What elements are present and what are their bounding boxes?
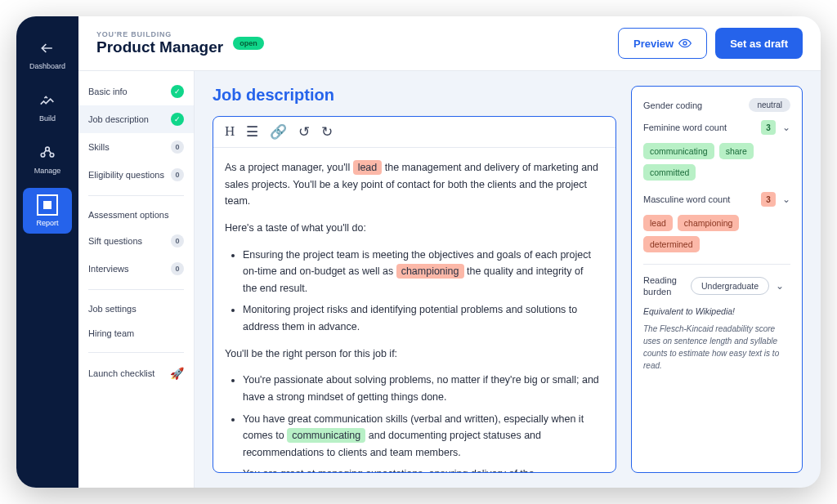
step-label: Assessment options	[88, 210, 168, 220]
steps-sidebar: Basic info ✓ Job description ✓ Skills 0 …	[78, 71, 195, 488]
link-tool[interactable]: 🔗	[270, 123, 287, 140]
step-label: Hiring team	[88, 328, 134, 338]
side-navigation: Dashboard Build Manage Report	[16, 16, 78, 488]
list-tool[interactable]: ☰	[246, 123, 258, 140]
masculine-count-value: 3	[761, 192, 776, 207]
step-label: Interviews	[88, 264, 129, 274]
reading-burden-label: Reading burden	[643, 274, 684, 298]
reading-note: Equivalent to Wikipedia!	[643, 306, 790, 316]
word-tag: determined	[643, 236, 700, 252]
step-skills[interactable]: Skills 0	[78, 133, 194, 161]
people-icon	[37, 142, 58, 163]
nav-manage[interactable]: Manage	[23, 136, 72, 181]
set-as-draft-button[interactable]: Set as draft	[715, 28, 803, 59]
nav-label: Report	[36, 219, 58, 227]
svg-point-3	[683, 42, 687, 45]
button-label: Preview	[633, 38, 674, 50]
count-badge: 0	[171, 262, 184, 275]
step-label: Job settings	[88, 304, 137, 314]
gender-coding-label: Gender coding	[643, 100, 742, 110]
word-tag: championing	[678, 215, 740, 231]
editor-content[interactable]: As a project manager, you'll lead the ma…	[213, 148, 615, 472]
word-tag: share	[719, 143, 754, 159]
gender-coding-value: neutral	[749, 98, 790, 112]
highlight-masculine: lead	[353, 160, 383, 175]
build-icon	[37, 90, 58, 111]
step-label: Eligibility questions	[88, 170, 164, 180]
back-arrow-icon	[37, 38, 58, 59]
count-badge: 0	[171, 168, 184, 181]
divider	[88, 352, 184, 353]
count-badge: 0	[171, 234, 184, 248]
divider	[88, 195, 184, 196]
step-sift[interactable]: Sift questions 0	[78, 227, 194, 255]
check-icon: ✓	[171, 113, 184, 126]
step-launch[interactable]: Launch checklist 🚀	[78, 359, 194, 387]
feminine-count-label: Feminine word count	[643, 123, 754, 132]
reading-description: The Flesch-Kincaid readability score use…	[643, 323, 790, 372]
word-tag: committed	[643, 164, 696, 181]
step-basic-info[interactable]: Basic info ✓	[78, 78, 194, 105]
nav-report[interactable]: Report	[23, 188, 72, 234]
text: You are great at managing expectations, …	[243, 466, 599, 472]
count-badge: 0	[171, 140, 184, 154]
preview-button[interactable]: Preview	[618, 28, 707, 59]
redo-tool[interactable]: ↻	[321, 123, 333, 140]
nav-build[interactable]: Build	[23, 83, 72, 129]
reading-burden-value: Undergraduate	[691, 277, 769, 295]
section-title: Job description	[213, 86, 616, 105]
analysis-panel: Gender coding neutral Feminine word coun…	[631, 86, 803, 473]
nav-label: Dashboard	[29, 62, 65, 70]
svg-point-0	[46, 147, 50, 151]
text: As a project manager, you'll	[225, 162, 353, 173]
eye-icon	[678, 37, 692, 50]
report-icon	[37, 194, 58, 216]
step-hiring-team[interactable]: Hiring team	[78, 321, 194, 346]
chevron-down-icon[interactable]: ⌄	[776, 280, 784, 292]
step-job-settings[interactable]: Job settings	[78, 297, 194, 321]
status-badge: open	[233, 37, 264, 50]
highlight-feminine: communicating	[287, 428, 365, 443]
text: You'll be the right person for this job …	[225, 346, 599, 363]
nav-label: Build	[39, 114, 56, 123]
feminine-tags: communicating share committed	[643, 143, 790, 181]
top-bar: YOU'RE BUILDING Product Manager open Pre…	[78, 16, 821, 71]
masculine-count-label: Masculine word count	[643, 194, 754, 204]
step-label: Skills	[88, 142, 110, 152]
editor-toolbar: H ☰ 🔗 ↺ ↻	[213, 117, 615, 148]
step-label: Launch checklist	[88, 368, 154, 378]
text: You're passionate about solving problems…	[243, 372, 599, 405]
step-eligibility[interactable]: Eligibility questions 0	[78, 161, 194, 189]
feminine-count-value: 3	[761, 120, 776, 135]
page-title: Product Manager	[96, 38, 223, 56]
text: Monitoring project risks and identifying…	[243, 301, 599, 335]
divider	[643, 264, 790, 265]
rocket-icon: 🚀	[170, 367, 184, 380]
step-interviews[interactable]: Interviews 0	[78, 255, 194, 283]
eyebrow-text: YOU'RE BUILDING	[96, 30, 223, 38]
heading-tool[interactable]: H	[225, 123, 235, 140]
step-label: Job description	[88, 114, 149, 124]
step-label: Sift questions	[88, 236, 142, 246]
chevron-down-icon[interactable]: ⌄	[782, 122, 790, 133]
word-tag: communicating	[643, 143, 714, 159]
nav-label: Manage	[34, 167, 61, 175]
step-label: Basic info	[88, 87, 128, 96]
nav-dashboard[interactable]: Dashboard	[23, 31, 72, 77]
step-job-description[interactable]: Job description ✓	[78, 105, 194, 133]
text: Here's a taste of what you'll do:	[225, 220, 599, 237]
editor-container: H ☰ 🔗 ↺ ↻ As a project manager, you'll l…	[213, 116, 616, 473]
divider	[88, 289, 184, 290]
word-tag: lead	[643, 215, 673, 231]
step-assessment[interactable]: Assessment options	[78, 203, 194, 227]
masculine-tags: lead championing determined	[643, 215, 790, 252]
chevron-down-icon[interactable]: ⌄	[782, 194, 790, 205]
check-icon: ✓	[171, 85, 184, 98]
highlight-masculine: championing	[396, 264, 464, 279]
undo-tool[interactable]: ↺	[298, 123, 310, 140]
